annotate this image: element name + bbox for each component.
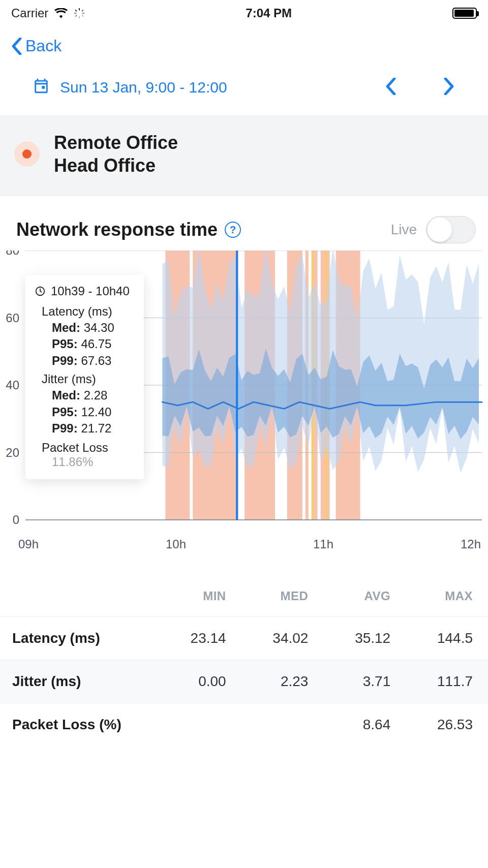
stats-cell: 34.02 [226, 630, 309, 646]
status-dot-icon [14, 141, 40, 167]
stats-cell: 0.00 [144, 673, 226, 690]
chart-tooltip: 10h39 - 10h40 Latency (ms) Med: 34.30 P9… [25, 275, 144, 479]
tooltip-jitter-p99-label: P99: [52, 421, 78, 435]
stats-header-cell: MED [226, 589, 309, 603]
x-tick: 12h [461, 537, 481, 551]
tooltip-jitter-med: 2.28 [84, 388, 108, 402]
stats-row-label: Jitter (ms) [12, 673, 144, 690]
chart-x-ticks: 09h10h11h12h [0, 535, 488, 551]
stats-cell: 8.64 [308, 717, 390, 733]
activity-spinner-icon [74, 8, 85, 19]
stats-row-label: Packet Loss (%) [12, 717, 144, 733]
tooltip-packet-loss-value: 11.86% [52, 455, 130, 469]
tooltip-latency-med: 34.30 [84, 321, 114, 334]
battery-icon [452, 8, 477, 19]
tooltip-packet-loss-label: Packet Loss [42, 441, 130, 455]
status-time: 7:04 PM [246, 6, 292, 20]
stats-header-cell: AVG [308, 589, 390, 603]
x-tick: 10h [166, 537, 186, 551]
stats-cell: 35.12 [308, 630, 390, 646]
svg-rect-7 [81, 10, 84, 12]
clock-icon [35, 286, 46, 297]
stats-header-row: MINMEDAVGMAX [0, 576, 488, 616]
carrier-label: Carrier [11, 6, 48, 20]
date-range-button[interactable]: Sun 13 Jan, 9:00 - 12:00 [33, 77, 227, 98]
route-origin-label: Remote Office [54, 131, 178, 154]
section-header: Network response time ? Live [0, 196, 488, 249]
date-range-label: Sun 13 Jan, 9:00 - 12:00 [60, 79, 227, 96]
tooltip-jitter-p99: 21.72 [81, 421, 111, 435]
tooltip-jitter-med-label: Med: [52, 388, 80, 402]
x-tick: 11h [313, 537, 333, 551]
route-header: Remote Office Head Office [0, 115, 488, 196]
svg-text:20: 20 [6, 446, 19, 459]
status-bar: Carrier 7:04 PM [0, 0, 488, 23]
section-title: Network response time [16, 219, 218, 240]
stats-row: Jitter (ms)0.002.233.71111.7 [0, 660, 488, 703]
svg-rect-2 [74, 13, 77, 14]
tooltip-latency-label: Latency (ms) [42, 304, 130, 319]
stats-header-cell: MIN [144, 589, 226, 603]
svg-text:40: 40 [6, 378, 19, 392]
stats-row-label: Latency (ms) [12, 630, 144, 646]
calendar-icon [33, 77, 50, 98]
tooltip-latency-p95: 46.75 [81, 337, 111, 351]
stats-cell: 26.53 [390, 717, 473, 733]
wifi-icon [54, 8, 68, 18]
stats-cell: 111.7 [390, 673, 473, 690]
date-prev-button[interactable] [382, 75, 400, 100]
svg-rect-6 [75, 15, 78, 17]
tooltip-jitter-label: Jitter (ms) [42, 372, 130, 386]
tooltip-time-range: 10h39 - 10h40 [51, 284, 130, 298]
tooltip-latency-p99-label: P99: [52, 354, 78, 367]
svg-text:60: 60 [6, 311, 19, 325]
back-label: Back [25, 37, 62, 55]
date-next-button[interactable] [440, 75, 458, 100]
stats-cell: 23.14 [144, 630, 226, 646]
svg-text:80: 80 [6, 251, 19, 257]
date-range-bar: Sun 13 Jan, 9:00 - 12:00 [0, 67, 488, 115]
svg-text:0: 0 [13, 513, 19, 526]
response-time-chart[interactable]: 806040200 10h39 - 10h40 Latency (ms) Med… [0, 251, 488, 551]
svg-rect-1 [79, 16, 80, 19]
svg-rect-4 [75, 10, 78, 12]
stats-cell: 2.23 [226, 673, 309, 690]
stats-row: Packet Loss (%)8.6426.53 [0, 703, 488, 746]
svg-rect-3 [82, 13, 85, 14]
route-destination-label: Head Office [54, 154, 178, 177]
stats-header-cell: MAX [390, 589, 473, 603]
x-tick: 09h [18, 537, 39, 551]
chevron-left-icon [11, 38, 22, 55]
tooltip-latency-p95-label: P95: [52, 337, 78, 351]
tooltip-jitter-p95-label: P95: [52, 405, 78, 419]
stats-row: Latency (ms)23.1434.0235.12144.5 [0, 616, 488, 660]
tooltip-latency-med-label: Med: [52, 321, 80, 334]
live-toggle[interactable] [426, 216, 476, 243]
svg-rect-0 [79, 8, 80, 11]
tooltip-jitter-p95: 12.40 [81, 405, 111, 419]
stats-table: MINMEDAVGMAX Latency (ms)23.1434.0235.12… [0, 576, 488, 746]
live-label: Live [391, 222, 417, 238]
stats-cell: 144.5 [390, 630, 473, 646]
tooltip-latency-p99: 67.63 [81, 354, 111, 367]
back-button[interactable]: Back [11, 37, 62, 55]
svg-rect-5 [81, 15, 84, 17]
help-icon[interactable]: ? [225, 222, 241, 238]
stats-cell: 3.71 [308, 673, 390, 690]
